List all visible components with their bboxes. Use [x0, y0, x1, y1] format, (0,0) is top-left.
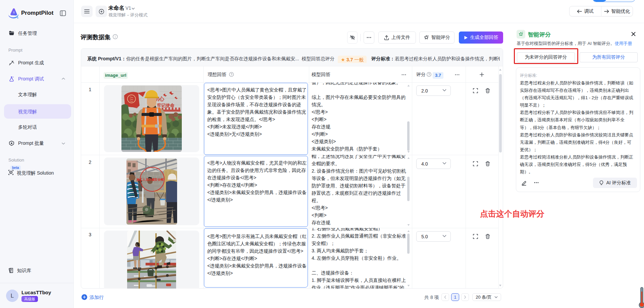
- svg-text:施工人员未戴安全帽: 施工人员未戴安全帽: [136, 178, 164, 181]
- svg-text:牢记使命: 牢记使命: [157, 103, 175, 108]
